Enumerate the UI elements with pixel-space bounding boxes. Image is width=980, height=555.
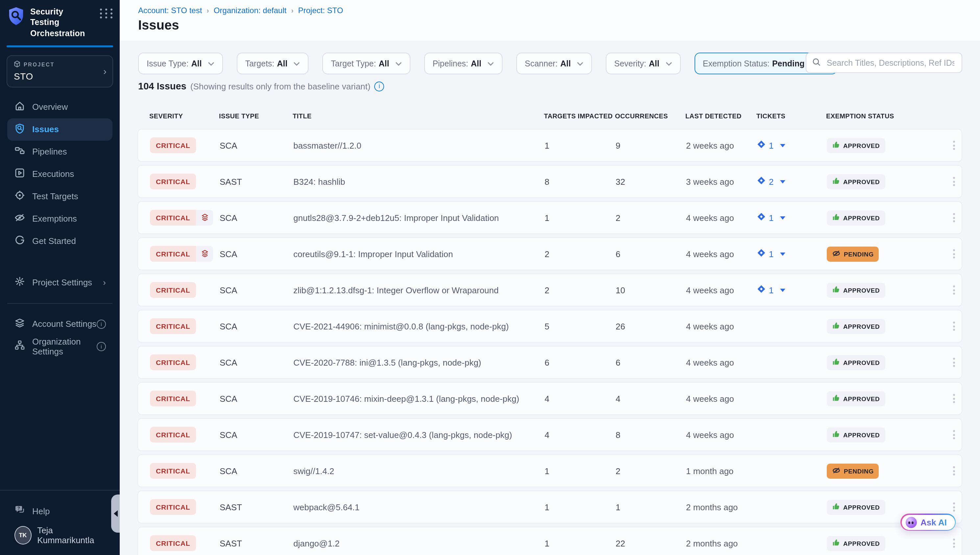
sidebar-item-executions[interactable]: Executions [7,163,112,185]
issue-title[interactable]: django@1.2 [294,538,340,548]
targets-impacted-value: 4 [545,393,549,403]
sidebar-item-test-targets[interactable]: Test Targets [7,185,112,208]
table-row[interactable]: CRITICAL SCA coreutils@9.1-1: Improper I… [138,237,962,270]
breadcrumb-account-link[interactable]: Account: STO test [138,6,202,15]
table-row[interactable]: CRITICAL SAST django@1.2 1 22 2 months a… [138,527,962,555]
issue-type: SAST [220,538,242,548]
ticket-dropdown[interactable]: 2 [757,176,827,187]
issue-title[interactable]: CVE-2019-10746: mixin-deep@1.3.1 (lang-p… [294,393,519,403]
filter-issue-type[interactable]: Issue Type:All [138,53,223,74]
severity-badge: CRITICAL [150,463,196,479]
sidebar-collapse-handle[interactable] [111,494,120,533]
table-row[interactable]: CRITICAL SCA zlib@1:1.2.13.dfsg-1: Integ… [138,274,962,306]
exemption-status-label: APPROVED [843,431,880,438]
issue-title[interactable]: bassmaster//1.2.0 [294,140,361,150]
severity-badge: CRITICAL [150,354,196,370]
sidebar-item-issues[interactable]: Issues [7,119,112,141]
col-occurrences: OCCURRENCES [615,112,685,119]
gear-icon [14,276,25,289]
row-menu-button[interactable] [947,499,961,515]
filter-target-type[interactable]: Target Type:All [322,53,410,74]
row-menu-button[interactable] [947,281,961,298]
exemption-status-badge: APPROVED [827,138,885,153]
issue-title[interactable]: webpack@5.64.1 [294,502,359,512]
table-row[interactable]: CRITICAL SCA swig//1.4.2 1 2 1 month ago… [138,454,962,487]
ticket-dropdown[interactable]: 1 [757,140,827,151]
chevron-right-icon: › [103,278,106,288]
issue-title[interactable]: zlib@1:1.2.13.dfsg-1: Integer Overflow o… [294,285,499,295]
table-row[interactable]: CRITICAL SCA CVE-2019-10747: set-value@0… [138,418,962,451]
severity-badge: CRITICAL [150,318,196,334]
ticket-dropdown[interactable]: 1 [757,212,827,223]
row-menu-button[interactable] [947,173,961,190]
project-selector[interactable]: PROJECT STO › [6,55,113,87]
targets-impacted-value: 6 [545,358,549,367]
sidebar-item-account-settings[interactable]: Account Settings i [7,313,112,335]
targets-impacted-value: 1 [545,466,549,476]
issue-title[interactable]: swig//1.4.2 [294,466,334,476]
row-menu-button[interactable] [947,137,961,154]
exemption-status-badge: PENDING [827,463,879,478]
layers-icon [196,246,213,262]
filter-targets[interactable]: Targets:All [236,53,308,74]
occurrences-value: 2 [616,466,620,476]
breadcrumb-project-link[interactable]: Project: STO [298,6,343,15]
sidebar-item-project-settings[interactable]: Project Settings › [7,271,112,294]
row-menu-button[interactable] [947,318,961,335]
user-menu[interactable]: TK Teja Kummarikuntla [7,522,112,549]
table-row[interactable]: CRITICAL SCA bassmaster//1.2.0 1 9 2 wee… [138,129,962,162]
issue-title[interactable]: gnutls28@3.7.9-2+deb12u5: Improper Input… [294,213,499,223]
row-menu-button[interactable] [947,245,961,262]
occurrences-value: 26 [616,321,625,331]
module-grid-icon[interactable] [100,8,114,18]
filter-severity[interactable]: Severity:All [606,53,680,74]
issue-type: SAST [220,502,242,512]
info-icon[interactable]: i [97,342,106,351]
shield-search-icon [14,123,25,136]
issue-title[interactable]: CVE-2021-44906: minimist@0.0.8 (lang-pkg… [294,321,509,331]
row-menu-button[interactable] [947,209,961,226]
table-row[interactable]: CRITICAL SCA CVE-2020-7788: ini@1.3.5 (l… [138,346,962,379]
issue-title[interactable]: CVE-2019-10747: set-value@0.4.3 (lang-pk… [294,430,512,440]
ticket-dropdown[interactable]: 1 [757,249,827,259]
sidebar-item-exemptions[interactable]: Exemptions [7,208,112,230]
table-row[interactable]: CRITICAL SCA CVE-2021-44906: minimist@0.… [138,310,962,343]
filter-pipelines[interactable]: Pipelines:All [424,53,502,74]
table-row[interactable]: CRITICAL SCA CVE-2019-10746: mixin-deep@… [138,382,962,415]
search-input[interactable] [826,58,956,68]
app-title: Security Testing Orchestration [30,6,93,39]
filter-scanner[interactable]: Scanner:All [516,53,592,74]
targets-impacted-value: 1 [545,213,549,223]
row-menu-button[interactable] [947,390,961,407]
row-menu-button[interactable] [947,535,961,552]
ask-ai-button[interactable]: Ask AI [900,513,956,531]
targets-impacted-value: 5 [545,321,549,331]
thumbs-up-icon [832,394,840,403]
svg-text:?: ? [18,506,20,511]
row-menu-button[interactable] [947,462,961,480]
sidebar-item-get-started[interactable]: Get Started [7,230,112,252]
sidebar-item-overview[interactable]: Overview [7,96,112,119]
info-icon[interactable]: i [97,319,106,329]
info-icon[interactable]: i [374,81,384,91]
table-row[interactable]: CRITICAL SAST webpack@5.64.1 1 1 2 month… [138,491,962,523]
exemption-status-label: PENDING [844,250,874,257]
issue-title[interactable]: B324: hashlib [294,176,345,186]
help-button[interactable]: ? Help [7,500,112,522]
ticket-diamond-icon [757,176,765,187]
ticket-dropdown[interactable]: 1 [757,285,827,295]
table-row[interactable]: CRITICAL SAST B324: hashlib 8 32 3 weeks… [138,165,962,198]
breadcrumb-organization-link[interactable]: Organization: default [214,6,287,15]
sidebar-item-organization-settings[interactable]: Organization Settings i [7,335,112,358]
search-box [806,53,962,73]
issue-title[interactable]: CVE-2020-7788: ini@1.3.5 (lang-pkgs, nod… [294,358,481,367]
targets-impacted-value: 2 [545,249,549,259]
row-menu-button[interactable] [947,354,961,371]
sidebar-item-pipelines[interactable]: Pipelines [7,141,112,163]
table-row[interactable]: CRITICAL SCA gnutls28@3.7.9-2+deb12u5: I… [138,201,962,234]
row-menu-button[interactable] [947,426,961,443]
issue-type: SCA [220,249,237,259]
issue-title[interactable]: coreutils@9.1-1: Improper Input Validati… [294,249,453,259]
sidebar-divider [7,303,112,304]
exemption-status-label: APPROVED [843,359,880,366]
